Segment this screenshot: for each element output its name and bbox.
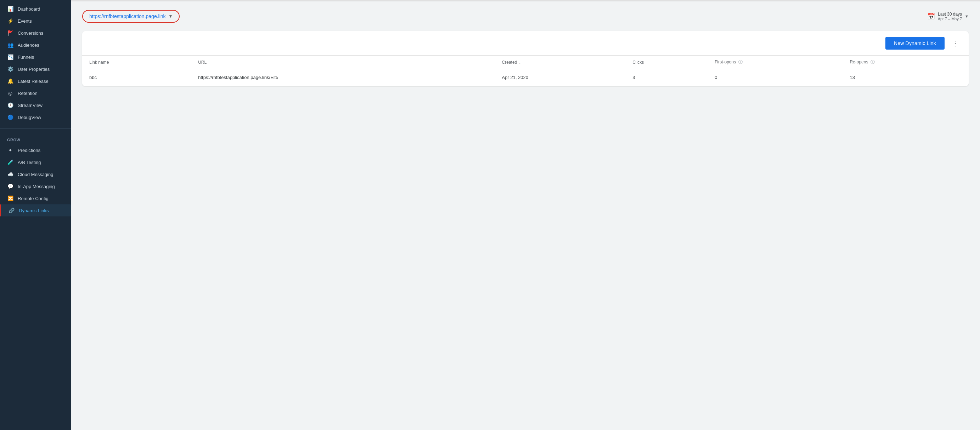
sidebar-item-label: Audiences bbox=[18, 43, 39, 48]
sidebar-item-label: Dashboard bbox=[18, 6, 40, 12]
table-body: bbc https://rnfbtestapplication.page.lin… bbox=[82, 69, 969, 86]
more-icon: ⋮ bbox=[951, 39, 959, 47]
sidebar-item-dashboard[interactable]: 📊 Dashboard bbox=[0, 3, 71, 15]
sidebar-item-label: Cloud Messaging bbox=[18, 172, 53, 177]
url-selector[interactable]: https://rnfbtestapplication.page.link ▼ bbox=[82, 10, 180, 23]
sidebar-item-debugview[interactable]: 🔵 DebugView bbox=[0, 111, 71, 123]
sidebar-item-label: Remote Config bbox=[18, 196, 49, 201]
sidebar-item-label: Funnels bbox=[18, 54, 34, 60]
sidebar-item-label: Events bbox=[18, 18, 32, 24]
more-options-button[interactable]: ⋮ bbox=[949, 38, 962, 49]
user-properties-icon: ⚙️ bbox=[7, 66, 13, 72]
url-selector-text: https://rnfbtestapplication.page.link bbox=[89, 13, 166, 19]
retention-icon: ◎ bbox=[7, 90, 13, 96]
col-created[interactable]: Created ↓ bbox=[495, 56, 626, 69]
latest-release-icon: 🔔 bbox=[7, 78, 13, 84]
dynamic-links-table: Link name URL Created ↓ Clicks bbox=[82, 55, 969, 86]
sidebar-item-label: In-App Messaging bbox=[18, 184, 55, 189]
dashboard-icon: 📊 bbox=[7, 6, 13, 12]
sidebar-item-funnels[interactable]: 📉 Funnels bbox=[0, 51, 71, 63]
sidebar-item-label: A/B Testing bbox=[18, 160, 41, 165]
cloud-messaging-icon: ☁️ bbox=[7, 171, 13, 177]
sidebar-item-label: StreamView bbox=[18, 103, 43, 108]
content-area: https://rnfbtestapplication.page.link ▼ … bbox=[71, 2, 980, 430]
main-content: https://rnfbtestapplication.page.link ▼ … bbox=[71, 0, 980, 430]
cell-re-opens: 13 bbox=[843, 69, 969, 86]
col-created-label: Created bbox=[502, 60, 517, 65]
sidebar-item-label: Predictions bbox=[18, 148, 40, 153]
col-link-name-label: Link name bbox=[89, 60, 109, 65]
streamview-icon: 🕐 bbox=[7, 102, 13, 108]
sidebar-item-audiences[interactable]: 👥 Audiences bbox=[0, 39, 71, 51]
col-url-label: URL bbox=[198, 60, 207, 65]
sidebar-item-conversions[interactable]: 🚩 Conversions bbox=[0, 27, 71, 39]
grow-section: Grow ✦ Predictions 🧪 A/B Testing ☁️ Clou… bbox=[0, 131, 71, 219]
sidebar-item-in-app-messaging[interactable]: 💬 In-App Messaging bbox=[0, 180, 71, 192]
debugview-icon: 🔵 bbox=[7, 114, 13, 120]
in-app-messaging-icon: 💬 bbox=[7, 184, 13, 189]
new-dynamic-link-button[interactable]: New Dynamic Link bbox=[885, 37, 945, 49]
sidebar-item-dynamic-links[interactable]: 🔗 Dynamic Links bbox=[0, 205, 71, 216]
audiences-icon: 👥 bbox=[7, 42, 13, 48]
sidebar-item-ab-testing[interactable]: 🧪 A/B Testing bbox=[0, 156, 71, 168]
sidebar-item-label: DebugView bbox=[18, 115, 41, 120]
col-url: URL bbox=[191, 56, 495, 69]
sidebar-item-label: Conversions bbox=[18, 30, 43, 36]
header-row: https://rnfbtestapplication.page.link ▼ … bbox=[82, 10, 969, 23]
sidebar-item-label: Retention bbox=[18, 90, 38, 96]
date-chevron-icon: ▼ bbox=[965, 14, 969, 18]
date-range-detail: Apr 7 – May 7 bbox=[938, 17, 962, 21]
table-row[interactable]: bbc https://rnfbtestapplication.page.lin… bbox=[82, 69, 969, 86]
col-first-opens: First-opens ⓘ bbox=[708, 56, 843, 69]
col-re-opens-label: Re-opens bbox=[850, 60, 868, 65]
chevron-down-icon: ▼ bbox=[169, 14, 173, 19]
grow-section-label: Grow bbox=[0, 133, 71, 144]
sidebar-item-cloud-messaging[interactable]: ☁️ Cloud Messaging bbox=[0, 168, 71, 180]
date-range-text: Last 30 days Apr 7 – May 7 bbox=[938, 12, 962, 21]
cell-url: https://rnfbtestapplication.page.link/Ei… bbox=[191, 69, 495, 86]
ab-testing-icon: 🧪 bbox=[7, 159, 13, 165]
sidebar-item-remote-config[interactable]: 🔀 Remote Config bbox=[0, 192, 71, 205]
table-header-row: Link name URL Created ↓ Clicks bbox=[82, 56, 969, 69]
cell-created: Apr 21, 2020 bbox=[495, 69, 626, 86]
col-clicks-label: Clicks bbox=[632, 60, 644, 65]
sidebar-item-latest-release[interactable]: 🔔 Latest Release bbox=[0, 75, 71, 87]
table-head: Link name URL Created ↓ Clicks bbox=[82, 56, 969, 69]
dynamic-links-icon: 🔗 bbox=[8, 208, 14, 213]
sidebar-item-streamview[interactable]: 🕐 StreamView bbox=[0, 99, 71, 111]
sidebar: 📊 Dashboard ⚡ Events 🚩 Conversions 👥 Aud… bbox=[0, 0, 71, 430]
col-clicks: Clicks bbox=[625, 56, 708, 69]
sidebar-divider bbox=[0, 128, 71, 129]
sidebar-item-label: Latest Release bbox=[18, 79, 49, 84]
dynamic-links-table-card: New Dynamic Link ⋮ Link name URL bbox=[82, 31, 969, 86]
first-opens-help-icon[interactable]: ⓘ bbox=[738, 60, 743, 65]
analytics-section: 📊 Dashboard ⚡ Events 🚩 Conversions 👥 Aud… bbox=[0, 0, 71, 126]
sidebar-item-events[interactable]: ⚡ Events bbox=[0, 15, 71, 27]
col-link-name: Link name bbox=[82, 56, 191, 69]
cell-first-opens: 0 bbox=[708, 69, 843, 86]
funnels-icon: 📉 bbox=[7, 54, 13, 60]
sidebar-item-retention[interactable]: ◎ Retention bbox=[0, 87, 71, 99]
sidebar-item-user-properties[interactable]: ⚙️ User Properties bbox=[0, 63, 71, 75]
table-card-header: New Dynamic Link ⋮ bbox=[82, 31, 969, 55]
col-re-opens: Re-opens ⓘ bbox=[843, 56, 969, 69]
sidebar-item-predictions[interactable]: ✦ Predictions bbox=[0, 144, 71, 156]
sort-icon: ↓ bbox=[519, 60, 521, 65]
date-range-label: Last 30 days bbox=[938, 12, 962, 17]
events-icon: ⚡ bbox=[7, 18, 13, 24]
remote-config-icon: 🔀 bbox=[7, 195, 13, 201]
cell-link-name: bbc bbox=[82, 69, 191, 86]
sidebar-item-label: User Properties bbox=[18, 67, 49, 72]
cell-clicks: 3 bbox=[625, 69, 708, 86]
conversions-icon: 🚩 bbox=[7, 30, 13, 36]
sidebar-item-label: Dynamic Links bbox=[19, 208, 49, 213]
calendar-icon: 📅 bbox=[927, 13, 935, 20]
re-opens-help-icon[interactable]: ⓘ bbox=[870, 60, 875, 65]
predictions-icon: ✦ bbox=[7, 148, 13, 153]
date-range-picker[interactable]: 📅 Last 30 days Apr 7 – May 7 ▼ bbox=[927, 12, 969, 21]
col-first-opens-label: First-opens bbox=[714, 60, 736, 65]
